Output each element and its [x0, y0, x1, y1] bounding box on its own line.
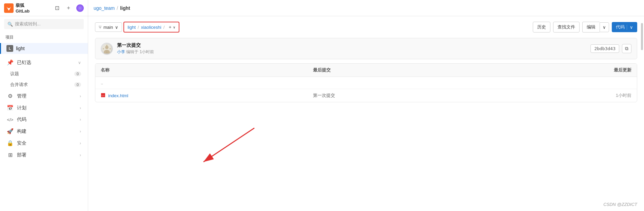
section-title: 项目 [5, 35, 82, 40]
path-part-light[interactable]: light [128, 25, 136, 30]
gear-icon: ⚙ [7, 93, 14, 99]
code-button-chevron: ∨ [627, 25, 633, 30]
avatar-inner [101, 43, 112, 54]
scrollbar-thumb[interactable] [641, 23, 643, 50]
commit-title: 第一次提交 [117, 42, 154, 48]
sidebar-item-issues[interactable]: 议题 0 [0, 68, 88, 79]
project-item-light[interactable]: L light [0, 43, 88, 54]
sidebar-top-icons: ⊡ ＋ [53, 4, 84, 12]
sidebar-header: 极狐GitLab ⊡ ＋ [0, 0, 88, 16]
code-nav-label: 代码 [17, 117, 76, 123]
user-avatar-icon[interactable] [76, 4, 84, 12]
logo: 极狐GitLab [4, 2, 30, 14]
sidebar: 极狐GitLab ⊡ ＋ 🔍 搜索或转到... 项目 L light 📌 已钉选… [0, 0, 88, 211]
sidebar-item-deploy[interactable]: ⊞ 部署 › [0, 149, 88, 161]
arrow-svg [183, 125, 268, 179]
project-letter: L [6, 45, 13, 52]
breadcrumb-project: light [120, 5, 130, 11]
chevron-right-icon-6: › [80, 153, 81, 157]
grid-icon: ⊞ [7, 152, 14, 158]
breadcrumb-team[interactable]: ugo_team [94, 5, 115, 11]
project-name: light [16, 46, 25, 51]
commit-time-value: 1小时前 [140, 49, 154, 54]
commit-left: 第一次提交 小李 编辑于 1小时前 [101, 42, 154, 55]
sidebar-item-admin[interactable]: ⚙ 管理 › [0, 90, 88, 102]
branch-chevron-icon: ∨ [115, 25, 118, 30]
path-add-chevron: ∨ [173, 25, 175, 29]
merge-label: 合并请求 [10, 82, 28, 88]
plan-label: 计划 [17, 105, 76, 111]
path-add-button[interactable]: ＋ ∨ [168, 24, 175, 30]
code-icon: </> [7, 117, 14, 122]
arrow-annotation [183, 125, 268, 179]
commit-bar: 第一次提交 小李 编辑于 1小时前 2bdb3d43 ⧉ [95, 38, 637, 59]
issues-label: 议题 [10, 71, 19, 77]
commit-action-text: 编辑于 [126, 49, 138, 54]
admin-label: 管理 [17, 93, 76, 99]
edit-dropdown-button[interactable]: ∨ [600, 22, 609, 32]
branch-icon: ⑂ [99, 24, 101, 30]
svg-point-1 [105, 46, 109, 49]
sidebar-item-build[interactable]: 🚀 构建 › [0, 125, 88, 137]
chevron-right-icon-4: › [80, 129, 81, 134]
issues-badge: 0 [74, 71, 81, 76]
main-content: ugo_team / light ⑂ main ∨ light / xiaoli… [88, 0, 644, 211]
parent-dir-label: .. [101, 80, 103, 85]
copy-hash-button[interactable]: ⧉ [622, 44, 631, 53]
watermark: CSDN @ZZDICT [603, 202, 637, 207]
search-icon: 🔍 [7, 22, 13, 27]
sidebar-item-plan[interactable]: 📅 计划 › [0, 102, 88, 114]
svg-text:</>: </> [101, 94, 104, 97]
chevron-right-icon: › [80, 94, 81, 99]
code-button[interactable]: 代码 ∨ [612, 22, 637, 32]
table-row: .. [95, 77, 637, 89]
sidebar-item-code[interactable]: </> 代码 › [0, 114, 88, 125]
branch-name: main [103, 25, 113, 30]
search-placeholder: 搜索或转到... [15, 21, 41, 27]
chevron-right-icon-5: › [80, 141, 81, 146]
commit-info: 第一次提交 小李 编辑于 1小时前 [117, 42, 154, 55]
branch-button[interactable]: ⑂ main ∨ [95, 22, 122, 32]
pin-icon: 📌 [7, 59, 14, 66]
svg-point-3 [103, 48, 104, 49]
commit-author[interactable]: 小李 [117, 49, 125, 54]
content-area: ⑂ main ∨ light / xiaoliceshi / ＋ ∨ 历史 [88, 16, 644, 211]
history-button[interactable]: 历史 [533, 22, 550, 33]
commit-hash: 2bdb3d43 [590, 44, 619, 53]
table-row: </> index.html 第一次提交 1小时前 [95, 89, 637, 102]
main-header: ugo_team / light [88, 0, 644, 16]
logo-text: 极狐GitLab [16, 2, 30, 14]
search-box[interactable]: 🔍 搜索或转到... [4, 19, 84, 29]
file-link-index[interactable]: index.html [108, 93, 128, 98]
path-part-xiaoliceshi[interactable]: xiaoliceshi [141, 25, 161, 30]
code-button-label: 代码 [616, 24, 625, 30]
edit-button-group: 编辑 ∨ [582, 22, 609, 33]
sidebar-item-security[interactable]: 🔒 安全 › [0, 137, 88, 149]
pinned-label: 已钉选 [17, 60, 75, 66]
sidebar-item-pinned[interactable]: 📌 已钉选 ∨ [0, 57, 88, 68]
avatar [101, 43, 113, 55]
gitlab-logo-icon [4, 3, 14, 13]
html-file-icon: </> [101, 93, 105, 99]
svg-line-10 [203, 128, 254, 162]
sidebar-item-merge[interactable]: 合并请求 0 [0, 79, 88, 90]
panel-toggle-icon[interactable]: ⊡ [53, 4, 61, 12]
find-file-button[interactable]: 查找文件 [553, 22, 580, 33]
new-item-icon[interactable]: ＋ [65, 4, 72, 12]
rocket-icon: 🚀 [7, 128, 14, 134]
file-name-cell: </> index.html [101, 93, 313, 99]
security-label: 安全 [17, 140, 76, 146]
calendar-icon: 📅 [7, 105, 14, 111]
path-bar-left: ⑂ main ∨ light / xiaoliceshi / ＋ ∨ [95, 22, 179, 33]
path-sep-2: / [163, 25, 165, 30]
path-box: light / xiaoliceshi / ＋ ∨ [123, 22, 179, 33]
col-name-header: 名称 [101, 67, 313, 73]
breadcrumb-separator: / [117, 5, 118, 11]
svg-point-5 [106, 45, 108, 46]
sidebar-nav: 📌 已钉选 ∨ 议题 0 合并请求 0 ⚙ 管理 › 📅 计划 › </> 代码… [0, 54, 88, 164]
plus-icon: ＋ [168, 24, 172, 30]
svg-point-4 [110, 48, 111, 49]
file-updated-cell: 1小时前 [525, 92, 631, 99]
edit-button[interactable]: 编辑 [582, 22, 600, 33]
deploy-label: 部署 [17, 152, 76, 158]
